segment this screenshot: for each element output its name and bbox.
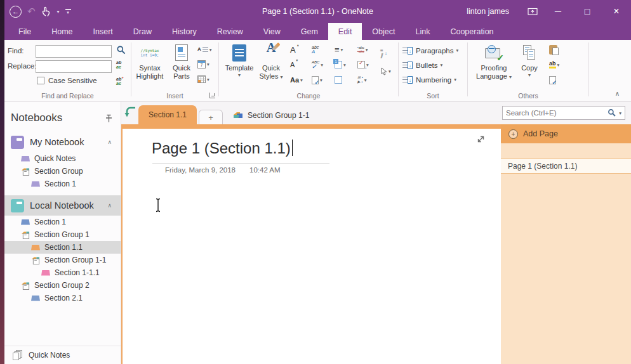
- sidebar-item[interactable]: Section Group 2 ∧: [4, 279, 121, 292]
- line-spacing-button[interactable]: ≡▾: [335, 42, 343, 56]
- quick-notes-footer[interactable]: Quick Notes: [4, 346, 121, 364]
- quick-notes-label: Quick Notes: [29, 351, 70, 360]
- collapse-notebook-icon[interactable]: ∧: [107, 139, 112, 145]
- search-input[interactable]: [506, 109, 608, 117]
- insert-group-label: Insert: [131, 92, 218, 100]
- document-check-icon: [549, 76, 556, 84]
- document-check-button[interactable]: [549, 73, 556, 87]
- copy-button[interactable]: Copy ▾: [516, 41, 543, 89]
- account-user-name[interactable]: linton james: [467, 7, 509, 16]
- search-box[interactable]: ▾: [502, 106, 625, 120]
- ribbon-tab[interactable]: History: [162, 23, 207, 40]
- expand-page-icon[interactable]: [476, 134, 486, 144]
- collapse-notebook-icon[interactable]: ∧: [107, 202, 112, 209]
- pin-icon[interactable]: [105, 114, 112, 123]
- case-sensitive-checkbox[interactable]: [37, 77, 44, 84]
- sidebar-item[interactable]: Section 1.1 ∧: [4, 241, 121, 254]
- ribbon-display-options-icon[interactable]: [522, 0, 543, 23]
- change-case-button[interactable]: Aa▾: [290, 73, 303, 87]
- search-scope-caret-icon[interactable]: ▾: [619, 110, 621, 116]
- numbered-block-button[interactable]: ▾: [335, 58, 346, 72]
- undo-icon[interactable]: ↶: [27, 6, 36, 17]
- ribbon-tab[interactable]: Gem: [291, 23, 328, 40]
- ribbon-tab[interactable]: Object: [362, 23, 405, 40]
- quick-parts-button[interactable]: Quick Parts: [168, 41, 196, 89]
- ribbon-tab[interactable]: View: [253, 23, 291, 40]
- expand-bullets-button[interactable]: ⊞ •▶ •▾: [357, 73, 367, 87]
- checkbox-arrange-button[interactable]: ▾: [357, 58, 369, 72]
- page-title[interactable]: Page 1 (Section 1.1): [152, 140, 293, 157]
- maximize-button[interactable]: □: [573, 0, 602, 23]
- select-button[interactable]: ▾: [380, 64, 391, 78]
- search-icon[interactable]: [608, 108, 616, 117]
- replace-all-icon[interactable]: ab+ac: [116, 75, 124, 86]
- sort-group-label: Sort: [399, 92, 467, 100]
- customize-qat-icon[interactable]: ▾: [65, 9, 71, 14]
- sidebar-item[interactable]: Section 1-1.1 ∧: [4, 266, 121, 279]
- sort-menu-button[interactable]: ↓ Paragraphs ▾: [399, 43, 467, 58]
- minimize-button[interactable]: ─: [543, 0, 573, 23]
- ribbon-tab[interactable]: Link: [406, 23, 441, 40]
- section-group-icon: [31, 256, 41, 264]
- page-canvas[interactable]: Page 1 (Section 1.1) Friday, March 9, 20…: [121, 124, 501, 364]
- proofing-language-button[interactable]: ✓ Proofing Language: [474, 41, 514, 89]
- sidebar-item[interactable]: Section 2.1 ∧: [4, 292, 121, 304]
- section-tab-active[interactable]: Section 1.1: [138, 105, 197, 124]
- sidebar-item[interactable]: Section Group ∧: [4, 165, 121, 178]
- search-icon[interactable]: [116, 45, 126, 55]
- stacked-pages-icon: [12, 350, 23, 360]
- ribbon-tab[interactable]: Insert: [83, 23, 123, 40]
- sidebar-item[interactable]: Local Notebook ∧: [4, 195, 121, 216]
- section-icon: [41, 270, 50, 276]
- replace-input[interactable]: [36, 60, 112, 73]
- navigate-back-icon[interactable]: [124, 106, 136, 120]
- ribbon-tab[interactable]: Home: [41, 23, 83, 40]
- strikethrough-list-button[interactable]: ▪abc▪abc▾: [357, 42, 368, 56]
- replace-icon[interactable]: abac: [116, 60, 121, 69]
- spelling-button[interactable]: ABC✓▾: [312, 58, 323, 72]
- ribbon-tab[interactable]: File: [8, 23, 41, 40]
- add-page-button[interactable]: + Add Page: [501, 124, 631, 143]
- section-group-tab[interactable]: Section Group 1-1: [233, 108, 309, 123]
- find-input[interactable]: [36, 45, 112, 58]
- new-section-tab[interactable]: +: [199, 110, 223, 124]
- cursor-arrow-icon: [380, 67, 387, 75]
- close-button[interactable]: ×: [602, 0, 631, 23]
- insert-table-button[interactable]: ▾: [197, 72, 209, 86]
- paste-button[interactable]: [549, 42, 557, 56]
- collapse-ribbon-icon[interactable]: ∧: [615, 90, 620, 97]
- sort-menu-button[interactable]: ↓ Bullets ▾: [399, 58, 467, 72]
- clear-format-button[interactable]: abcA: [312, 42, 319, 56]
- format-painter-button[interactable]: ▾: [312, 73, 322, 87]
- touch-mode-icon[interactable]: [41, 6, 51, 17]
- ribbon-tab[interactable]: Cooperation: [440, 23, 503, 40]
- split-merge-button[interactable]: ≡∥↓: [380, 46, 387, 60]
- sidebar-item[interactable]: Section 1 ∧: [4, 178, 121, 190]
- grow-font-button[interactable]: A▴: [290, 42, 299, 56]
- sidebar-item[interactable]: My Notebook ∧: [4, 132, 121, 152]
- syntax-highlight-button[interactable]: //Syntaxint i=0; Syntax Highlight: [133, 41, 167, 89]
- insert-text-template-button[interactable]: A ▾: [197, 42, 212, 56]
- insert-group: //Syntaxint i=0; Syntax Highlight Quick …: [131, 40, 218, 101]
- template-button[interactable]: Template ▾: [223, 41, 256, 89]
- ribbon-tab[interactable]: Edit: [328, 23, 362, 40]
- sidebar-item[interactable]: Quick Notes ∧: [4, 152, 121, 165]
- touch-mode-caret-icon[interactable]: ▾: [57, 9, 60, 15]
- quick-access-toolbar: ← ↶ ▾ ▾: [10, 0, 71, 23]
- sort-menu-button[interactable]: ↓ Numbering ▾: [399, 72, 467, 87]
- ribbon-tab[interactable]: Review: [207, 23, 253, 40]
- border-button[interactable]: [335, 73, 342, 87]
- highlight-button[interactable]: ab▾: [549, 58, 559, 72]
- section-icon: [21, 156, 30, 162]
- onenote-window: ← ↶ ▾ ▾ Page 1 (Section 1.1) - OneNote l…: [0, 0, 631, 364]
- sidebar-item[interactable]: Section Group 1-1 ∧: [4, 254, 121, 266]
- ribbon-tab[interactable]: Draw: [123, 23, 162, 40]
- sidebar-item[interactable]: Section 1 ∧: [4, 216, 121, 228]
- back-icon[interactable]: ←: [10, 6, 22, 18]
- shrink-font-button[interactable]: A▾: [290, 58, 298, 72]
- insert-calendar-button[interactable]: 7 ▾: [197, 57, 209, 71]
- sidebar-item[interactable]: Section Group 1 ∧: [4, 228, 121, 241]
- section-group-icon: [21, 282, 30, 290]
- quick-styles-button[interactable]: A Quick Styles: [256, 41, 286, 89]
- page-list-item[interactable]: Page 1 (Section 1.1): [501, 159, 631, 174]
